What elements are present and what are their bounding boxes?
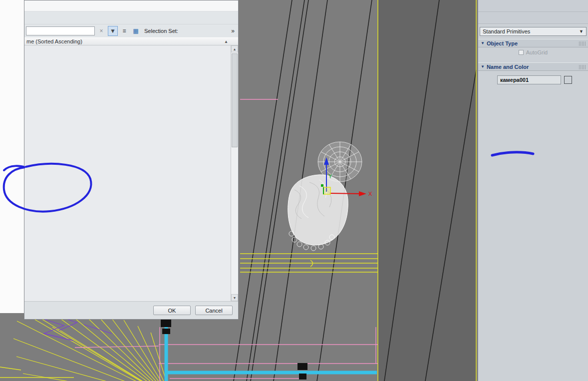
- primitives-dropdown[interactable]: Standard Primitives ▼: [480, 27, 587, 36]
- primitive-buttons: [478, 57, 588, 62]
- cancel-button[interactable]: Cancel: [195, 306, 233, 315]
- gizmo-origin-dot: [321, 184, 323, 187]
- command-panel-tabs: [478, 0, 588, 12]
- object-name-input[interactable]: [497, 75, 561, 84]
- dialog-footer: OK Cancel: [24, 301, 238, 319]
- menu-display[interactable]: [35, 5, 44, 7]
- canvas-margin: [0, 0, 24, 313]
- column-header-label: me (Sorted Ascending): [26, 38, 82, 44]
- command-panel: Standard Primitives ▼ ▼ Object Type Auto…: [478, 0, 588, 381]
- rollout-grip: [579, 65, 586, 69]
- menu-select[interactable]: [26, 5, 35, 7]
- autogrid-row: AutoGrid: [478, 47, 588, 57]
- scene-list: [24, 45, 231, 301]
- search-row: × ▼ ≡ ▦ Selection Set: »: [24, 24, 238, 37]
- dialog-toolbar: [24, 11, 238, 24]
- layers-icon[interactable]: ≡: [119, 26, 129, 36]
- name-color-rollout-header[interactable]: ▼ Name and Color: [478, 62, 588, 71]
- gizmo-x-axis[interactable]: [330, 193, 360, 194]
- autogrid-checkbox[interactable]: [519, 50, 524, 55]
- menu-bar: [24, 0, 238, 11]
- ok-button[interactable]: OK: [153, 306, 191, 315]
- collapse-icon: ▼: [481, 64, 485, 69]
- sort-ascending-icon: ▲: [224, 39, 228, 44]
- object-type-rollout-title: Object Type: [487, 40, 518, 46]
- gizmo-y-label: Y: [328, 173, 332, 179]
- autogrid-label: AutoGrid: [526, 49, 548, 55]
- menu-customize[interactable]: [44, 5, 53, 7]
- name-color-row: [478, 71, 588, 84]
- search-input[interactable]: [26, 26, 95, 35]
- object-color-swatch[interactable]: [564, 76, 572, 84]
- scroll-down-icon[interactable]: ▼: [231, 294, 238, 301]
- name-column-header[interactable]: me (Sorted Ascending) ▲: [24, 37, 238, 45]
- filter-icon[interactable]: ▼: [108, 26, 118, 36]
- create-categories: [478, 12, 588, 24]
- primitives-dropdown-value: Standard Primitives: [483, 28, 530, 34]
- collapse-icon: ▼: [481, 41, 485, 45]
- object-type-rollout-header[interactable]: ▼ Object Type: [478, 39, 588, 47]
- selection-set-label: Selection Set:: [144, 28, 178, 34]
- clear-search-icon[interactable]: ×: [96, 26, 106, 36]
- scrollbar[interactable]: ▲ ▼: [231, 45, 238, 301]
- selection-set-grid-icon[interactable]: ▦: [131, 26, 141, 36]
- scrollbar-thumb[interactable]: [232, 53, 238, 147]
- scroll-up-icon[interactable]: ▲: [231, 45, 238, 52]
- gizmo-x-label: X: [368, 191, 372, 197]
- name-color-rollout-title: Name and Color: [487, 64, 529, 70]
- overflow-chevron-icon[interactable]: »: [231, 27, 237, 34]
- dropdown-arrow-icon: ▼: [579, 29, 584, 34]
- rollout-grip: [579, 41, 586, 46]
- gizmo-plane-handle[interactable]: [323, 187, 330, 194]
- select-from-scene-dialog: × ▼ ≡ ▦ Selection Set: » me (Sorted Asce…: [24, 0, 239, 320]
